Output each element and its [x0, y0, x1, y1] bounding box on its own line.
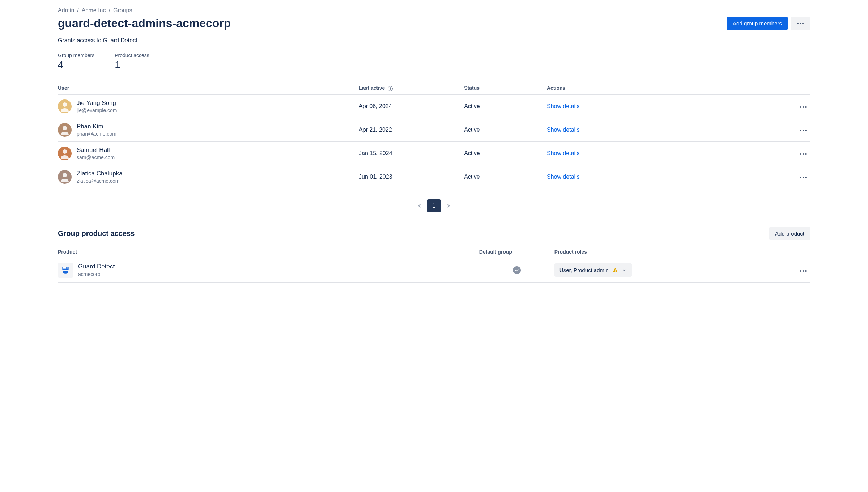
svg-point-3	[63, 173, 67, 177]
show-details-link[interactable]: Show details	[547, 174, 580, 180]
users-table: User Last active i Status Actions Jie Ya…	[58, 82, 810, 189]
user-last-active: Jun 01, 2023	[359, 165, 464, 189]
user-name: Zlatica Chalupka	[77, 170, 123, 178]
breadcrumb-groups[interactable]: Groups	[113, 7, 132, 14]
user-status: Active	[464, 94, 547, 118]
col-user-header: User	[58, 82, 359, 94]
stats-row: Group members 4 Product access 1	[58, 52, 810, 71]
pagination-page-1[interactable]: 1	[427, 199, 441, 212]
table-row: Samuel Hall sam@acme.com Jan 15, 2024 Ac…	[58, 142, 810, 165]
stat-members-label: Group members	[58, 52, 94, 58]
col-product-header: Product	[58, 246, 479, 258]
row-more-actions-button[interactable]	[798, 268, 809, 274]
product-icon	[58, 263, 73, 278]
svg-rect-9	[615, 269, 615, 271]
user-last-active: Jan 15, 2024	[359, 142, 464, 165]
avatar	[58, 170, 72, 184]
row-more-actions-button[interactable]	[798, 128, 809, 133]
add-group-members-button[interactable]: Add group members	[727, 17, 788, 30]
svg-rect-5	[63, 267, 64, 268]
breadcrumb-separator: /	[109, 7, 110, 14]
avatar	[58, 99, 72, 113]
col-product-roles-header: Product roles	[554, 246, 758, 258]
user-email: jie@example.com	[77, 107, 117, 114]
user-status: Active	[464, 142, 547, 165]
info-icon[interactable]: i	[388, 86, 393, 91]
stat-access-value: 1	[115, 59, 149, 71]
col-actions-header: Actions	[547, 82, 735, 94]
breadcrumb-admin[interactable]: Admin	[58, 7, 74, 14]
add-product-button[interactable]: Add product	[769, 227, 810, 240]
table-row: Zlatica Chalupka zlatica@acme.com Jun 01…	[58, 165, 810, 189]
stat-members: Group members 4	[58, 52, 94, 71]
table-row: Phan Kim phan@acme.com Apr 21, 2022 Acti…	[58, 118, 810, 141]
table-row: Guard Detect acmecorp User, Product admi…	[58, 258, 810, 283]
pagination-next-button[interactable]	[442, 199, 455, 212]
user-last-active: Apr 21, 2022	[359, 118, 464, 141]
product-access-title: Group product access	[58, 229, 135, 238]
show-details-link[interactable]: Show details	[547, 103, 580, 109]
stat-members-value: 4	[58, 59, 94, 71]
user-email: zlatica@acme.com	[77, 178, 123, 184]
user-name: Samuel Hall	[77, 146, 115, 154]
col-status-header: Status	[464, 82, 547, 94]
pagination-prev-button[interactable]	[413, 199, 426, 212]
more-actions-button[interactable]	[791, 17, 810, 30]
svg-rect-10	[615, 271, 615, 271]
avatar	[58, 123, 72, 137]
user-email: sam@acme.com	[77, 154, 115, 161]
breadcrumb: Admin / Acme Inc / Groups	[58, 7, 810, 14]
user-name: Jie Yang Song	[77, 99, 117, 107]
product-name: Guard Detect	[78, 263, 115, 271]
show-details-link[interactable]: Show details	[547, 127, 580, 133]
product-roles-value: User, Product admin	[559, 267, 609, 273]
more-horizontal-icon	[795, 21, 806, 26]
table-row: Jie Yang Song jie@example.com Apr 06, 20…	[58, 94, 810, 118]
svg-rect-8	[67, 267, 67, 268]
guard-detect-icon	[61, 266, 70, 275]
chevron-down-icon	[622, 268, 627, 273]
page-title: guard-detect-admins-acmecorp	[58, 17, 231, 30]
user-status: Active	[464, 165, 547, 189]
user-status: Active	[464, 118, 547, 141]
col-default-group-header: Default group	[479, 246, 554, 258]
row-more-actions-button[interactable]	[798, 151, 809, 157]
breadcrumb-separator: /	[77, 7, 78, 14]
row-more-actions-button[interactable]	[798, 104, 809, 110]
svg-point-2	[63, 149, 67, 154]
chevron-left-icon	[416, 203, 423, 209]
avatar	[58, 147, 72, 160]
product-access-table: Product Default group Product roles	[58, 246, 810, 283]
show-details-link[interactable]: Show details	[547, 150, 580, 156]
stat-access-label: Product access	[115, 52, 149, 58]
svg-point-1	[63, 126, 67, 130]
stat-access: Product access 1	[115, 52, 149, 71]
col-last-active-header: Last active i	[359, 82, 464, 94]
svg-rect-7	[65, 267, 66, 268]
breadcrumb-org[interactable]: Acme Inc	[82, 7, 106, 14]
svg-point-0	[63, 102, 67, 107]
svg-rect-6	[64, 267, 65, 268]
user-last-active: Apr 06, 2024	[359, 94, 464, 118]
chevron-right-icon	[445, 203, 452, 209]
pagination: 1	[58, 199, 810, 212]
product-org: acmecorp	[78, 271, 115, 277]
user-email: phan@acme.com	[77, 131, 116, 137]
default-group-check-icon	[513, 266, 521, 274]
row-more-actions-button[interactable]	[798, 175, 809, 181]
product-roles-select[interactable]: User, Product admin	[554, 263, 632, 277]
user-name: Phan Kim	[77, 123, 116, 131]
warning-icon	[612, 267, 618, 273]
group-description: Grants access to Guard Detect	[58, 37, 810, 44]
